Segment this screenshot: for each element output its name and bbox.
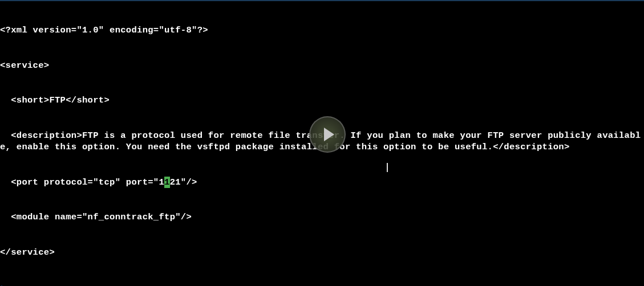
play-icon — [324, 128, 334, 141]
code-line: <module name="nf_conntrack_ftp"/> — [0, 211, 644, 223]
editor-cursor: 1 — [164, 177, 170, 189]
code-line: <?xml version="1.0" encoding="utf-8"?> — [0, 24, 644, 36]
text-cursor-caret — [387, 163, 388, 172]
empty-line-marker: ~ — [0, 281, 644, 286]
code-line: </service> — [0, 247, 644, 259]
play-button-overlay[interactable] — [309, 116, 346, 153]
code-line-cursor: <port protocol="tcp" port="1121"/> — [0, 177, 644, 189]
code-line: <short>FTP</short> — [0, 95, 644, 107]
code-line: <service> — [0, 60, 644, 72]
